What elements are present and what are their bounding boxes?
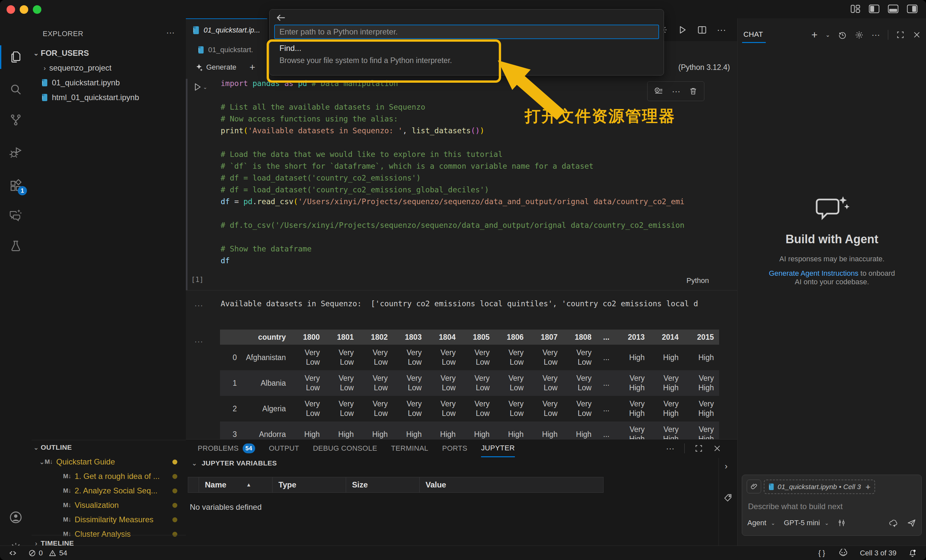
- output-collapse-icon[interactable]: ···: [194, 337, 203, 346]
- search-activity-item[interactable]: [0, 77, 32, 101]
- file-tree-item-01_quickstart.ipynb[interactable]: 01_quickstart.ipynb: [32, 75, 186, 90]
- outline-item[interactable]: M↓1. Get a rough idea of ...: [32, 469, 186, 483]
- mode-picker[interactable]: Agent: [747, 519, 766, 527]
- copilot-icon[interactable]: [838, 549, 848, 557]
- toggle-primary-sidebar-icon[interactable]: [869, 5, 879, 13]
- variables-column-type[interactable]: Type: [272, 477, 346, 493]
- tag-filter-icon[interactable]: [723, 494, 732, 503]
- tab-01-quickstart[interactable]: 01_quickstart.ip...: [186, 18, 267, 41]
- output-collapse-icon[interactable]: ···: [194, 301, 203, 310]
- chevron-right-icon[interactable]: ›: [725, 461, 728, 471]
- outline-item[interactable]: M↓2. Analyze Social Seq...: [32, 483, 186, 498]
- minimize-traffic-light[interactable]: [20, 5, 28, 14]
- jupyter-variables-header[interactable]: ⌄ JUPYTER VARIABLES: [190, 459, 277, 467]
- outline-item[interactable]: ⌄M↓Quickstart Guide: [32, 454, 186, 469]
- attach-context-button[interactable]: [747, 480, 761, 494]
- chat-activity-item[interactable]: [0, 203, 32, 227]
- testing-activity-item[interactable]: [0, 234, 32, 258]
- source-control-icon: [9, 113, 22, 126]
- model-picker[interactable]: GPT-5 mini: [784, 519, 820, 527]
- variables-column-index[interactable]: [188, 477, 199, 493]
- chevron-down-icon[interactable]: ⌄: [826, 32, 830, 38]
- expand-chat-icon[interactable]: [896, 30, 905, 39]
- debug-icon: [9, 146, 22, 159]
- add-context-icon[interactable]: +: [865, 482, 870, 492]
- chat-settings-gear-icon[interactable]: [855, 30, 864, 39]
- panel-tab-terminal[interactable]: TERMINAL: [391, 439, 428, 457]
- chevron-right-icon: ›: [32, 540, 41, 546]
- outline-item[interactable]: M↓Visualization: [32, 498, 186, 512]
- table-row: 2AlgeriaVery LowVery LowVery LowVery Low…: [220, 396, 719, 421]
- accounts-activity-item[interactable]: [0, 506, 32, 529]
- new-chat-icon[interactable]: +: [811, 29, 818, 41]
- run-debug-activity-item[interactable]: [0, 140, 32, 164]
- file-tree-item-sequenzo_project[interactable]: ›sequenzo_project: [32, 61, 186, 75]
- chat-input-placeholder[interactable]: Describe what to build next: [748, 502, 843, 511]
- close-traffic-light[interactable]: [6, 5, 15, 14]
- run-all-icon[interactable]: [678, 25, 687, 35]
- generate-button[interactable]: Generate: [195, 63, 236, 72]
- explorer-sidebar: EXPLORER ··· ⌄ FOR_USERS ›sequenzo_proje…: [32, 18, 186, 546]
- generate-agent-instructions-link[interactable]: Generate Agent Instructions: [769, 269, 858, 278]
- root-folder-row[interactable]: ⌄ FOR_USERS: [32, 46, 186, 60]
- toggle-secondary-sidebar-icon[interactable]: [907, 5, 917, 13]
- context-chip-label: 01_quickstart.ipynb • Cell 3: [778, 483, 861, 491]
- cell-language-picker[interactable]: Python: [687, 276, 709, 285]
- explorer-activity-item[interactable]: [0, 45, 32, 69]
- chat-tab[interactable]: CHAT: [743, 30, 763, 39]
- outline-header[interactable]: ⌄ OUTLINE: [32, 440, 186, 454]
- notebook-file-icon: [198, 46, 204, 54]
- variables-title: JUPYTER VARIABLES: [201, 459, 277, 467]
- timeline-section[interactable]: › TIMELINE: [32, 535, 186, 546]
- split-editor-icon[interactable]: [697, 25, 707, 35]
- maximize-panel-icon[interactable]: [694, 444, 703, 453]
- kernel-picker[interactable]: (Python 3.12.4): [678, 59, 730, 76]
- remote-indicator[interactable]: [9, 549, 17, 557]
- sort-ascending-icon: ▲: [246, 482, 251, 488]
- panel-tab-output[interactable]: OUTPUT: [269, 439, 299, 457]
- cell-indicator[interactable]: Cell 3 of 39: [860, 549, 896, 557]
- file-tree-item-html_01_quickstart.ipynb[interactable]: html_01_quickstart.ipynb: [32, 90, 186, 105]
- extensions-activity-item[interactable]: 1: [0, 174, 32, 197]
- run-cell-button[interactable]: ⌄: [192, 82, 207, 92]
- variables-column-size[interactable]: Size: [346, 477, 420, 493]
- variables-side-rail: ›: [719, 458, 737, 546]
- chat-more-actions-icon[interactable]: ···: [872, 30, 880, 40]
- modified-dot: [172, 488, 177, 494]
- tools-icon[interactable]: [837, 519, 846, 527]
- back-arrow-icon[interactable]: [275, 12, 287, 23]
- variables-column-value[interactable]: Value: [420, 477, 604, 493]
- context-chip[interactable]: 01_quickstart.ipynb • Cell 3 +: [764, 480, 875, 494]
- toggle-panel-icon[interactable]: [888, 5, 899, 13]
- add-cell-button[interactable]: +: [250, 62, 256, 73]
- variables-column-name[interactable]: Name▲: [199, 477, 272, 493]
- divider: [684, 444, 685, 453]
- maximize-traffic-light[interactable]: [33, 5, 41, 14]
- chevron-right-icon: ›: [40, 64, 49, 72]
- stream-output: Available datasets in Sequenzo: ['countr…: [221, 299, 719, 308]
- outline-item[interactable]: M↓Dissimilarity Measures: [32, 512, 186, 527]
- chat-input-box[interactable]: 01_quickstart.ipynb • Cell 3 + Describe …: [742, 475, 922, 536]
- activity-bar: 1: [0, 18, 32, 546]
- modified-dot: [172, 474, 177, 479]
- panel-tab-jupyter[interactable]: JUPYTER: [481, 439, 514, 457]
- more-actions-icon[interactable]: ···: [717, 25, 726, 35]
- run-dropdown-icon[interactable]: ⌄: [203, 84, 207, 90]
- panel-tab-debug-console[interactable]: DEBUG CONSOLE: [313, 439, 377, 457]
- panel-tab-ports[interactable]: PORTS: [442, 439, 467, 457]
- panel-more-actions-icon[interactable]: ···: [666, 444, 675, 454]
- history-icon[interactable]: [838, 30, 847, 39]
- customize-layout-icon[interactable]: [850, 5, 860, 13]
- notifications-bell-icon[interactable]: [908, 549, 917, 557]
- cloud-send-icon[interactable]: [888, 519, 899, 527]
- send-icon[interactable]: [907, 518, 916, 527]
- close-panel-icon[interactable]: [713, 444, 722, 453]
- panel-tab-problems[interactable]: PROBLEMS54: [198, 439, 255, 457]
- problems-status[interactable]: 0 54: [28, 549, 67, 557]
- table-row: 0AfghanistanVery LowVery LowVery LowVery…: [220, 345, 719, 370]
- source-control-activity-item[interactable]: [0, 108, 32, 131]
- close-chat-icon[interactable]: [912, 30, 921, 39]
- interpreter-path-input[interactable]: Enter path to a Python interpreter.: [274, 25, 659, 39]
- braces-indicator[interactable]: { }: [818, 549, 825, 557]
- explorer-more-actions-icon[interactable]: ···: [166, 27, 175, 38]
